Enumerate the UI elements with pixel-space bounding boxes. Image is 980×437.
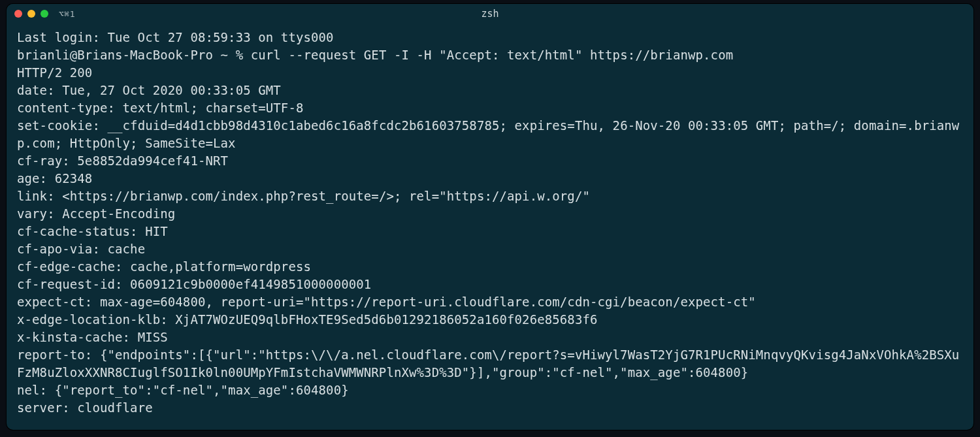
command-text: curl --request GET -I -H "Accept: text/h… <box>251 48 734 62</box>
shell-prompt: brianli@Brians-MacBook-Pro ~ % <box>17 48 251 62</box>
header-key-age: age: <box>17 171 47 186</box>
header-val-x-kinsta-cache: MISS <box>130 330 168 344</box>
close-icon[interactable] <box>14 10 22 18</box>
last-login-line: Last login: Tue Oct 27 08:59:33 on ttys0… <box>17 30 334 44</box>
terminal-window: ⌥⌘1 zsh Last login: Tue Oct 27 08:59:33 … <box>7 4 973 430</box>
header-val-cf-ray: 5e8852da994cef41-NRT <box>70 154 228 168</box>
http-status-line: HTTP/2 200 <box>17 65 92 80</box>
header-val-content-type: text/html; charset=UTF-8 <box>115 101 303 115</box>
header-val-report-to: {"endpoints":[{"url":"https:\/\/a.nel.cl… <box>17 348 959 380</box>
header-key-vary: vary: <box>17 206 55 221</box>
header-key-cf-apo-via: cf-apo-via: <box>17 242 100 256</box>
header-val-link: <https://brianwp.com/index.php?rest_rout… <box>55 189 590 203</box>
header-key-cf-edge-cache: cf-edge-cache: <box>17 259 123 274</box>
header-key-report-to: report-to: <box>17 348 92 362</box>
header-val-cf-cache-status: HIT <box>138 224 168 238</box>
header-val-date: Tue, 27 Oct 2020 00:33:05 GMT <box>55 83 281 97</box>
terminal-content[interactable]: Last login: Tue Oct 27 08:59:33 on ttys0… <box>7 24 973 427</box>
titlebar: ⌥⌘1 zsh <box>7 4 973 24</box>
header-val-set-cookie: __cfduid=d4d1cbb98d4310c1abed6c16a8fcdc2… <box>17 118 959 150</box>
header-val-x-edge-location-klb: XjAT7WOzUEQ9qlbFHoxTE9Sed5d6b01292186052… <box>168 312 598 327</box>
header-val-vary: Accept-Encoding <box>55 206 176 221</box>
header-val-cf-apo-via: cache <box>100 242 145 256</box>
header-key-cf-cache-status: cf-cache-status: <box>17 224 138 238</box>
header-key-set-cookie: set-cookie: <box>17 118 100 133</box>
header-val-expect-ct: max-age=604800, report-uri="https://repo… <box>92 295 755 309</box>
header-key-cf-request-id: cf-request-id: <box>17 277 123 291</box>
window-controls <box>14 10 48 18</box>
header-key-link: link: <box>17 189 55 203</box>
header-val-nel: {"report_to":"cf-nel","max_age":604800} <box>47 383 349 397</box>
header-key-date: date: <box>17 83 55 97</box>
header-key-cf-ray: cf-ray: <box>17 154 70 168</box>
header-key-content-type: content-type: <box>17 101 115 115</box>
header-val-server: cloudflare <box>70 400 153 415</box>
header-key-x-edge-location-klb: x-edge-location-klb: <box>17 312 168 327</box>
header-key-server: server: <box>17 400 70 415</box>
header-val-cf-request-id: 0609121c9b0000ef4149851000000001 <box>123 277 372 291</box>
tab-label: ⌥⌘1 <box>59 9 75 19</box>
header-key-nel: nel: <box>17 383 47 397</box>
maximize-icon[interactable] <box>41 10 48 18</box>
header-key-expect-ct: expect-ct: <box>17 295 92 309</box>
window-title: zsh <box>481 8 498 20</box>
header-key-x-kinsta-cache: x-kinsta-cache: <box>17 330 130 344</box>
header-val-cf-edge-cache: cache,platform=wordpress <box>123 259 311 274</box>
minimize-icon[interactable] <box>27 10 35 18</box>
header-val-age: 62348 <box>47 171 92 186</box>
